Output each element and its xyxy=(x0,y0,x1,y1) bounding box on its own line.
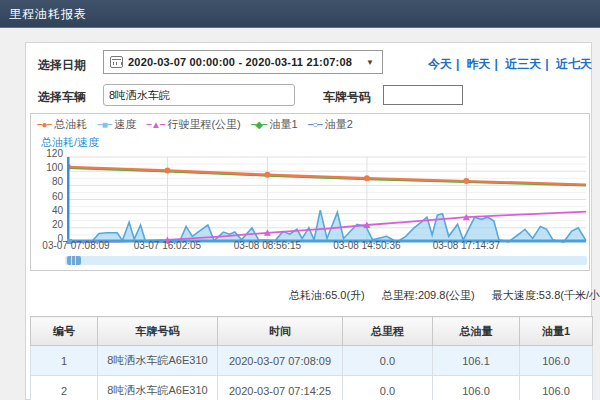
link-separator: | xyxy=(545,57,548,71)
table-cell: 106.1 xyxy=(433,346,520,376)
page-title: 里程油耗报表 xyxy=(9,7,87,21)
vehicle-label: 选择车辆 xyxy=(38,89,86,106)
date-range-picker[interactable]: 2020-03-07 00:00:00 - 2020-03-11 21:07:0… xyxy=(103,50,383,74)
chart-scrollbar-handle[interactable] xyxy=(67,256,81,265)
table-column-header: 编号 xyxy=(31,317,98,346)
quick-date-links: 今天| 昨天| 近三天| 近七天 xyxy=(428,56,592,73)
table-column-header: 总里程 xyxy=(343,317,433,346)
legend-marker-icon: –◆– xyxy=(251,119,267,130)
x-tick-label: 03-08 08:56:15 xyxy=(222,240,312,251)
table-cell: 106.0 xyxy=(433,376,520,400)
x-tick-label: 03-08 14:50:36 xyxy=(322,240,412,251)
page: { "header": { "title": "里程油耗报表" }, "filt… xyxy=(0,0,600,400)
legend-item-1[interactable]: –■–速度 xyxy=(97,117,136,132)
table-cell: 1 xyxy=(31,346,98,376)
x-tick-label: 03-08 17:14:37 xyxy=(421,240,511,251)
table-column-header: 车牌号码 xyxy=(98,317,218,346)
table-header-row: 编号车牌号码时间总里程总油量油量1 xyxy=(31,317,593,346)
link-yesterday[interactable]: 昨天 xyxy=(467,57,491,71)
total-fuel-consumed: 总耗油:65.0(升) xyxy=(289,289,365,301)
legend-item-4[interactable]: –○–油量2 xyxy=(308,117,353,132)
chart-legend: –●–总油耗–■–速度–▲–行驶里程(公里)–◆–油量1–○–油量2 xyxy=(37,117,363,132)
link-separator: | xyxy=(456,57,459,71)
total-mileage: 总里程:209.8(公里) xyxy=(382,289,475,301)
x-tick-label: 03-07 07:08:09 xyxy=(31,240,121,251)
legend-label: 速度 xyxy=(114,118,136,130)
x-tick-label: 03-07 16:02:05 xyxy=(122,240,212,251)
table-column-header: 总油量 xyxy=(433,317,520,346)
summary-stats: 总耗油:65.0(升) 总里程:209.8(公里) 最大速度:53.8(千米/小 xyxy=(0,288,600,303)
vehicle-input[interactable] xyxy=(103,84,295,106)
table-row[interactable]: 18吨洒水车皖A6E3102020-03-07 07:08:090.0106.1… xyxy=(31,346,593,376)
chevron-down-icon[interactable]: ▼ xyxy=(366,58,374,67)
legend-label: 总油耗 xyxy=(54,118,87,130)
table-cell: 8吨洒水车皖A6E310 xyxy=(98,376,218,400)
app-header: 里程油耗报表 xyxy=(0,0,600,28)
table-cell: 0.0 xyxy=(343,376,433,400)
table-column-header: 油量1 xyxy=(520,317,593,346)
plate-number-input[interactable] xyxy=(383,85,463,105)
link-separator: | xyxy=(495,57,498,71)
table-cell: 106.0 xyxy=(520,346,593,376)
legend-item-2[interactable]: –▲–行驶里程(公里) xyxy=(146,117,240,132)
table-cell: 2 xyxy=(31,376,98,400)
legend-label: 行驶里程(公里) xyxy=(167,118,240,130)
date-label: 选择日期 xyxy=(38,57,86,74)
legend-marker-icon: –▲– xyxy=(146,119,164,130)
legend-item-3[interactable]: –◆–油量1 xyxy=(251,117,298,132)
y-tick-label: 20 xyxy=(37,219,63,230)
report-table: 编号车牌号码时间总里程总油量油量1 18吨洒水车皖A6E3102020-03-0… xyxy=(30,316,593,400)
legend-marker-icon: –■– xyxy=(97,119,111,130)
chart-container: –●–总油耗–■–速度–▲–行驶里程(公里)–◆–油量1–○–油量2 总油耗/速… xyxy=(30,113,590,271)
table-row[interactable]: 28吨洒水车皖A6E3102020-03-07 07:14:250.0106.0… xyxy=(31,376,593,400)
link-last-7-days[interactable]: 近七天 xyxy=(556,57,592,71)
y-tick-label: 60 xyxy=(37,191,63,202)
table-cell: 0.0 xyxy=(343,346,433,376)
legend-item-0[interactable]: –●–总油耗 xyxy=(37,117,87,132)
y-tick-label: 120 xyxy=(37,148,63,159)
table-cell: 2020-03-07 07:08:09 xyxy=(218,346,343,376)
chart-plot xyxy=(67,154,587,244)
legend-label: 油量2 xyxy=(325,118,353,130)
legend-marker-icon: –●– xyxy=(37,119,51,130)
y-tick-label: 80 xyxy=(37,176,63,187)
chart-scrollbar-track[interactable] xyxy=(65,256,587,265)
y-tick-label: 100 xyxy=(37,162,63,173)
table-cell: 2020-03-07 07:14:25 xyxy=(218,376,343,400)
date-range-value: 2020-03-07 00:00:00 - 2020-03-11 21:07:0… xyxy=(128,56,352,68)
legend-label: 油量1 xyxy=(270,118,298,130)
table-column-header: 时间 xyxy=(218,317,343,346)
table-cell: 8吨洒水车皖A6E310 xyxy=(98,346,218,376)
plate-label: 车牌号码 xyxy=(323,89,371,106)
max-speed: 最大速度:53.8(千米/小 xyxy=(492,289,600,301)
y-tick-label: 40 xyxy=(37,205,63,216)
legend-marker-icon: –○– xyxy=(308,119,322,130)
table-cell: 106.0 xyxy=(520,376,593,400)
calendar-icon xyxy=(110,56,123,68)
link-last-3-days[interactable]: 近三天 xyxy=(505,57,541,71)
link-today[interactable]: 今天 xyxy=(428,57,452,71)
